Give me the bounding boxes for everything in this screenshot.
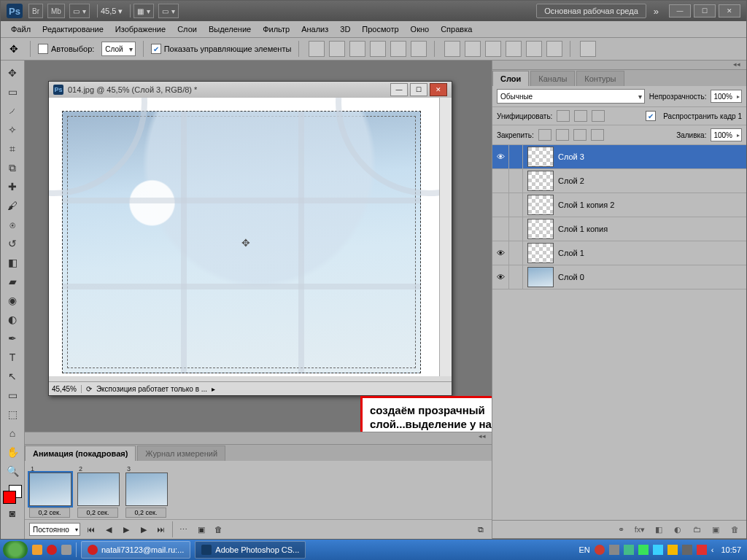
tray-icon[interactable] [624,545,634,555]
menu-image[interactable]: Изображение [111,23,170,35]
align-icon[interactable] [349,41,365,57]
layer-name[interactable]: Слой 3 [558,152,584,161]
blur-tool-icon[interactable]: ◉ [4,292,21,309]
doc-maximize-icon[interactable]: ☐ [410,83,427,96]
autoselect-target-select[interactable]: Слой [101,42,135,56]
menu-layer[interactable]: Слои [173,23,201,35]
tween-icon[interactable]: ⋯ [177,524,190,535]
layer-group-icon[interactable]: 🗀 [691,524,703,534]
auto-align-icon[interactable] [580,41,596,57]
crop-tool-icon[interactable]: ⌗ [4,140,21,158]
align-icon[interactable] [309,41,325,57]
link-layers-icon[interactable]: ⚭ [615,524,627,534]
menu-filter[interactable]: Фильтр [258,23,294,35]
menu-file[interactable]: Файл [7,23,35,35]
layer-name[interactable]: Слой 1 копия [558,225,608,233]
document-canvas[interactable]: ✥ [49,98,440,376]
frame-duration[interactable]: 0,2 сек. [125,508,166,518]
layer-link-column[interactable] [508,241,523,265]
opera-icon[interactable] [47,545,57,555]
heal-tool-icon[interactable]: ✚ [4,178,21,195]
layer-link-column[interactable] [508,169,523,192]
layer-link-column[interactable] [508,193,523,217]
layer-thumbnail[interactable] [527,243,554,263]
lasso-tool-icon[interactable]: ⟋ [4,102,21,120]
layer-style-icon[interactable]: fx▾ [634,524,646,534]
window-close-icon[interactable]: ✕ [719,4,740,18]
tab-measurements[interactable]: Журнал измерений [137,446,225,461]
distribute-icon[interactable] [485,41,501,57]
window-minimize-icon[interactable]: — [669,4,691,18]
document-titlebar[interactable]: Ps 014.jpg @ 45,5% (Слой 3, RGB/8) * — ☐… [49,82,452,98]
delete-layer-icon[interactable]: 🗑 [729,524,740,534]
layer-thumbnail[interactable] [527,219,554,239]
distribute-icon[interactable] [444,41,460,57]
panel-collapse-strip[interactable]: ◂◂ [25,432,492,444]
3d-camera-tool-icon[interactable]: ⌂ [4,424,21,442]
bridge-button[interactable]: Br [28,4,43,18]
layer-name[interactable]: Слой 1 [558,249,584,257]
frame-duration[interactable]: 0,2 сек. [77,508,118,518]
foreground-color-swatch[interactable] [3,491,16,504]
show-transform-checkbox[interactable]: ✔Показать управляющие элементы [151,44,292,54]
menu-select[interactable]: Выделение [204,23,255,35]
visibility-toggle-icon[interactable]: 👁 [492,249,508,257]
type-tool-icon[interactable]: T [4,349,21,366]
loop-select[interactable]: Постоянно [29,523,80,536]
zoom-tool-icon[interactable]: 🔍 [4,462,21,480]
taskbar-clock[interactable]: 10:57 [721,545,741,554]
lock-transparent-icon[interactable] [538,129,551,141]
layer-link-column[interactable] [508,217,523,241]
distribute-icon[interactable] [506,41,522,57]
doc-minimize-icon[interactable]: — [390,83,408,96]
shape-tool-icon[interactable]: ▭ [4,386,21,404]
tray-avira-icon[interactable] [697,545,707,555]
color-swatches[interactable] [3,485,22,504]
autoselect-checkbox[interactable]: Автовыбор: [38,44,94,54]
status-info[interactable]: Экспозиция работает только в ... [96,385,207,393]
eyedropper-tool-icon[interactable]: ⧉ [4,159,21,176]
tab-animation[interactable]: Анимация (покадровая) [25,446,136,461]
workspace-switcher[interactable]: Основная рабочая среда [536,4,646,18]
extras-dropdown[interactable]: ▭ [158,4,179,18]
layer-row[interactable]: 👁Слой 1 [492,241,746,265]
lock-all-icon[interactable] [591,129,604,141]
layer-thumbnail[interactable] [527,171,554,191]
history-brush-tool-icon[interactable]: ↺ [4,235,21,252]
tab-channels[interactable]: Каналы [530,71,575,86]
layer-row[interactable]: 👁Слой 3 [492,145,746,169]
minibridge-button[interactable]: Mb [47,4,65,18]
play-icon[interactable]: ▶ [120,524,133,535]
menu-window[interactable]: Окно [406,23,434,35]
layer-row[interactable]: Слой 1 копия 2 [492,193,746,217]
first-frame-icon[interactable]: ⏮ [85,524,98,535]
start-button[interactable] [3,541,28,559]
layer-row[interactable]: Слой 1 копия [492,217,746,241]
last-frame-icon[interactable]: ⏭ [155,524,168,535]
screen-mode-dropdown[interactable]: ▭ [69,4,90,18]
layer-thumbnail[interactable] [527,267,554,287]
align-icon[interactable] [329,41,345,57]
layer-link-column[interactable] [508,265,523,289]
lock-pixels-icon[interactable] [556,129,569,141]
quicklaunch-icon[interactable] [61,545,71,555]
prev-frame-icon[interactable]: ◀ [102,524,115,535]
quickmask-icon[interactable]: ◙ [4,505,21,522]
unify-visibility-icon[interactable] [574,110,587,122]
window-maximize-icon[interactable]: ☐ [694,4,716,18]
next-frame-icon[interactable]: ▶ [137,524,150,535]
gradient-tool-icon[interactable]: ▰ [4,273,21,290]
distribute-icon[interactable] [465,41,481,57]
layer-row[interactable]: Слой 2 [492,169,746,193]
new-layer-icon[interactable]: ▣ [710,524,721,534]
layer-link-column[interactable] [508,145,523,168]
stamp-tool-icon[interactable]: ⍟ [4,216,21,233]
status-zoom[interactable]: 45,45% [52,385,82,393]
tab-layers[interactable]: Слои [492,71,529,86]
align-icon[interactable] [370,41,386,57]
dodge-tool-icon[interactable]: ◐ [4,311,21,328]
animation-frame[interactable]: 1 0,2 сек. [29,465,70,518]
menu-edit[interactable]: Редактирование [38,23,108,35]
align-icon[interactable] [411,41,427,57]
dock-collapse-icon[interactable]: ◂◂ [492,61,746,70]
